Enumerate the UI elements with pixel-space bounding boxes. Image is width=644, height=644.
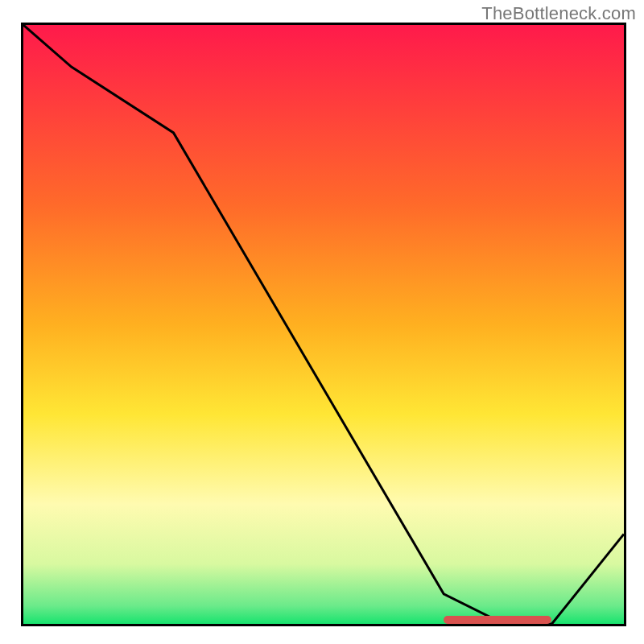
chart-svg bbox=[23, 25, 624, 624]
watermark-text: TheBottleneck.com bbox=[481, 3, 636, 24]
plot-outer bbox=[21, 23, 626, 626]
chart-frame: TheBottleneck.com bbox=[0, 0, 644, 644]
gradient-rect bbox=[23, 25, 624, 624]
optimal-range-marker bbox=[444, 616, 551, 624]
